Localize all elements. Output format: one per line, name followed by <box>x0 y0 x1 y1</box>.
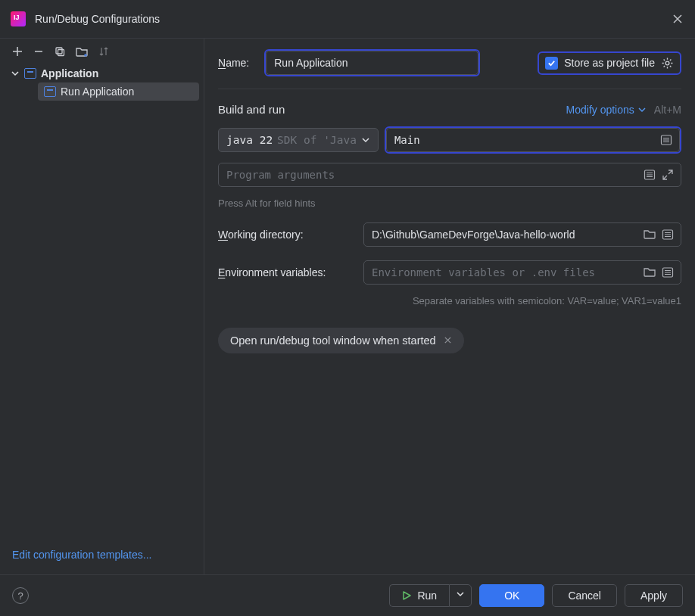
working-dir-label: Working directory: <box>218 229 354 241</box>
store-checkbox[interactable] <box>545 57 558 70</box>
play-icon <box>402 591 411 600</box>
sidebar: Application Run Application Edit configu… <box>0 39 204 574</box>
application-type-icon <box>44 86 56 97</box>
run-dropdown[interactable] <box>449 584 472 607</box>
sdk-secondary: SDK of 'Java <box>277 134 357 146</box>
sdk-value: java 22 <box>226 134 273 146</box>
env-hint: Separate variables with semicolon: VAR=v… <box>218 295 681 306</box>
edit-templates-link[interactable]: Edit configuration templates... <box>12 549 151 561</box>
window-title: Run/Debug Configurations <box>35 13 160 25</box>
copy-icon[interactable] <box>55 46 65 57</box>
sdk-select[interactable]: java 22 SDK of 'Java <box>218 128 379 152</box>
content-panel: Name: Store as project file Build and ru… <box>204 39 695 574</box>
option-chip-open-tool-window[interactable]: Open run/debug tool window when started <box>218 328 464 353</box>
name-label: Name: <box>218 57 249 69</box>
tree-node-run-application[interactable]: Run Application <box>38 82 199 101</box>
chevron-down-icon <box>456 590 465 599</box>
tree-parent-label: Application <box>41 67 98 79</box>
application-type-icon <box>24 68 36 79</box>
svg-point-2 <box>665 61 669 65</box>
chevron-down-icon <box>11 69 20 78</box>
cancel-button[interactable]: Cancel <box>552 584 617 607</box>
add-icon[interactable] <box>12 46 23 57</box>
list-icon[interactable] <box>662 266 674 278</box>
close-icon <box>672 14 683 24</box>
folder-icon[interactable] <box>644 266 656 277</box>
folder-icon[interactable] <box>76 46 88 57</box>
list-icon[interactable] <box>660 134 672 146</box>
chevron-down-icon <box>361 135 370 145</box>
ok-button[interactable]: OK <box>479 584 544 607</box>
intellij-icon <box>11 11 26 26</box>
field-hint: Press Alt for field hints <box>218 198 681 209</box>
check-icon <box>547 59 556 67</box>
expand-icon[interactable] <box>662 169 674 181</box>
list-icon[interactable] <box>662 229 674 241</box>
chip-label: Open run/debug tool window when started <box>230 334 436 347</box>
modify-options-link[interactable]: Modify options <box>566 104 647 116</box>
svg-rect-0 <box>56 48 62 54</box>
folder-icon[interactable] <box>644 229 656 239</box>
store-label: Store as project file <box>564 57 655 69</box>
chevron-down-icon <box>637 105 647 114</box>
svg-rect-1 <box>58 50 64 56</box>
run-button[interactable]: Run <box>389 584 449 607</box>
apply-button[interactable]: Apply <box>625 584 683 607</box>
close-button[interactable] <box>671 12 684 26</box>
modify-shortcut: Alt+M <box>654 104 681 116</box>
env-label: Environment variables: <box>218 266 354 278</box>
sort-icon[interactable] <box>98 46 109 57</box>
remove-icon[interactable] <box>33 46 44 57</box>
env-variables-input[interactable] <box>363 260 681 285</box>
chip-remove-icon[interactable] <box>444 334 452 347</box>
store-project-file[interactable]: Store as project file <box>538 51 681 75</box>
main-class-input[interactable] <box>386 128 680 152</box>
config-tree: Application Run Application <box>0 61 204 104</box>
tree-child-label: Run Application <box>61 86 134 98</box>
run-split-button[interactable]: Run <box>389 584 472 607</box>
gear-icon[interactable] <box>661 57 674 70</box>
name-input[interactable] <box>266 51 478 75</box>
tree-node-application[interactable]: Application <box>5 64 199 82</box>
sidebar-toolbar <box>0 42 204 61</box>
titlebar: Run/Debug Configurations <box>0 0 695 38</box>
list-icon[interactable] <box>644 169 656 181</box>
program-arguments-input[interactable] <box>218 163 681 187</box>
help-button[interactable]: ? <box>12 587 29 604</box>
working-directory-input[interactable] <box>363 222 681 247</box>
build-run-heading: Build and run <box>218 103 285 116</box>
dialog-footer: ? Run OK Cancel Apply <box>0 575 695 616</box>
